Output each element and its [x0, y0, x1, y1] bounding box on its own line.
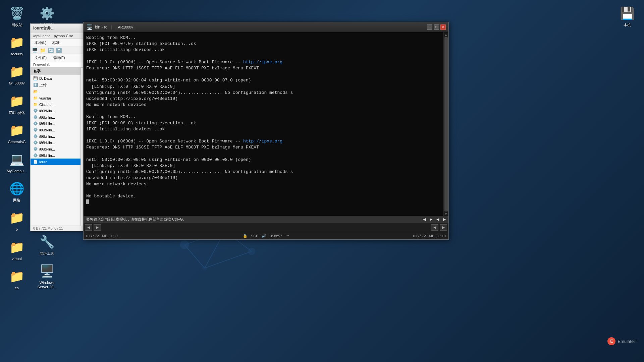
folder-icon-ciscoio: 📁 [33, 102, 38, 107]
exe-icon-6: ⚙️ [33, 140, 38, 145]
exe-icon-4: ⚙️ [33, 128, 38, 132]
hint-nav-next[interactable]: ▶ [443, 217, 446, 222]
terminal-line-noboot: No bootable device. [86, 193, 436, 199]
terminal-line-config4: Configuring (net4 50:00:00:02:00:04)....… [86, 90, 436, 96]
terminal-progress-bar: 0 B / 721 MB, 0 / 11 🔒 SCP 🔊 0:38:57 ⋯ 0… [84, 232, 448, 239]
emulateit-watermark: E EmulateiT [607, 337, 637, 345]
desktop-icon-generalsg[interactable]: 📁 GeneralsG [3, 120, 30, 146]
toolbar-icon-folder: 📁 [40, 48, 46, 53]
tree-item-yuanlai[interactable]: 📁 yuanlai [31, 95, 80, 101]
tree-item-iourc[interactable]: 📄 iourc [31, 159, 80, 165]
terminal-subtitle: AR1000v [115, 24, 136, 30]
tree-item-i86bi-1[interactable]: ⚙️ i86bi-lin... [31, 108, 80, 114]
terminal-minimize-button[interactable]: ─ [427, 24, 432, 30]
terminal-hint-bar: 要将输入定向到该虚拟机，请在虚拟机内部单击或按 Ctrl+G。 ◀ ▶ ◀ ▶ [84, 216, 448, 223]
folder-icon-yuanlai: 📁 [33, 96, 38, 100]
desktop-icon-network[interactable]: 🌐 网络 [3, 179, 30, 204]
exe-icon-8: ⚙️ [33, 153, 38, 158]
tree-item-i86bi-4[interactable]: ⚙️ i86bi-lin... [31, 127, 80, 133]
terminal-line-1: Booting from ROM... [86, 35, 436, 41]
terminal-line-features2: Features: DNS HTTP iSCSI TFTP AoE ELF MB… [86, 144, 436, 150]
tree-item-i86bi-5[interactable]: ⚙️ i86bi-lin... [31, 133, 80, 139]
terminal-line-link5: [Link:up, TX:0 TXE:0 RX:0 RXE:0] [86, 163, 436, 169]
terminal-close-button[interactable]: ✕ [440, 24, 446, 30]
terminal-output[interactable]: Booting from ROM... iPXE (PCI 00:07.0) s… [84, 32, 443, 216]
file-path-display: /opt/unetla [33, 34, 50, 38]
folder-up-icon: 📂 [33, 89, 38, 94]
tree-item-i86bi-8[interactable]: ⚙️ i86bi-lin... [31, 152, 80, 159]
terminal-line-features1: Features: DNS HTTP iSCSI TFTP AoE ELF MB… [86, 65, 436, 71]
exe-icon-1: ⚙️ [33, 109, 38, 113]
nav-prev-button[interactable]: ◀ [431, 224, 438, 231]
scroll-up-button[interactable]: ▲ [444, 33, 448, 37]
address-label: D:\eve\iol\ [33, 63, 50, 67]
terminal-titlebar[interactable]: 🖥️ bin - rd | AR1000v ─ □ ✕ [84, 22, 448, 32]
tree-item-i86bi-6[interactable]: ⚙️ i86bi-lin... [31, 139, 80, 146]
tree-item-i86bi-2[interactable]: ⚙️ i86bi-lin... [31, 114, 80, 120]
terminal-line-link4: [Link:up, TX:0 TXE:0 RX:0 RXE:0] [86, 84, 436, 90]
exe-icon-2: ⚙️ [33, 115, 38, 119]
terminal-win-buttons: ─ □ ✕ [427, 24, 446, 30]
desktop-icon-o[interactable]: 📁 o [3, 208, 30, 234]
terminal-line-2: iPXE (PCI 00:07.0) starting execution...… [86, 41, 436, 47]
menu-edit[interactable]: 编辑(E) [50, 55, 68, 61]
menu-file[interactable]: 文件(F) [32, 55, 49, 61]
svg-line-6 [184, 245, 205, 268]
file-icon-iourc: 📄 [33, 160, 38, 164]
file-manager-title: iourc合并... [33, 25, 54, 31]
desktop-icon-f761[interactable]: 📁 f761-弱化 [3, 91, 30, 117]
upload-icon: ⬆️ [33, 83, 38, 87]
desktop-icon-co[interactable]: 📁 co [3, 266, 30, 292]
hint-right-controls: ◀ ▶ ◀ ▶ [423, 217, 446, 222]
hint-arrow-right[interactable]: ▶ [430, 217, 432, 222]
menu-local[interactable]: 本地(L) [32, 40, 49, 46]
desktop-icon-local-disk[interactable]: 💾 本机 [614, 3, 641, 29]
terminal-main-area: Booting from ROM... iPXE (PCI 00:07.0) s… [84, 32, 448, 216]
terminal-line-nodev1: No more network devices [86, 102, 436, 108]
desktop-icon-virtual[interactable]: 📁 virtual [3, 237, 30, 263]
hint-nav-prev[interactable]: ◀ [436, 217, 439, 222]
terminal-line-nodev2: No more network devices [86, 181, 436, 187]
terminal-line-ipxe2: iPXE 1.0.0+ (0600d) -- Open Source Netwo… [86, 138, 436, 144]
exe-icon-3: ⚙️ [33, 121, 38, 126]
scrollbar-thumb[interactable] [444, 37, 448, 212]
scp-label: SCP [251, 234, 259, 238]
tree-item-upload[interactable]: ⬆️ 上传 [31, 81, 80, 88]
scroll-down-button[interactable]: ▼ [444, 212, 448, 216]
terminal-title-text: bin - rd [95, 25, 107, 29]
tree-item-i86bi-3[interactable]: ⚙️ i86bi-lin... [31, 120, 80, 127]
terminal-line-rom2: Booting from ROM... [86, 114, 436, 120]
terminal-line-init2: iPXE initialising devices...ok [86, 126, 436, 132]
terminal-navbar: ◀ ▶ ◀ ▶ [84, 223, 448, 232]
desktop-icon-mycomputer[interactable]: 💻 MyCompu... [3, 149, 30, 175]
desktop-icon-win-server1[interactable]: 🖥️ WindowsServer 20... [34, 261, 60, 291]
terminal-line-3: iPXE initialising devices...ok [86, 47, 436, 53]
python-cmd-display: python Cisc [54, 34, 73, 38]
terminal-scrollbar-container[interactable]: ▲ ▼ [443, 32, 448, 216]
terminal-icon: 🖥️ [86, 24, 93, 30]
desktop-icon-fw6000v[interactable]: 📁 fw_6000v [3, 62, 30, 87]
tree-item-ciscoio[interactable]: 📁 CiscoIo... [31, 101, 80, 108]
terminal-time: 0:38:57 [270, 234, 282, 238]
tree-item-i86bi-7[interactable]: ⚙️ i86bi-lin... [31, 146, 80, 152]
terminal-cursor [86, 199, 89, 204]
speaker-icon: 🔊 [262, 234, 266, 238]
tree-item-ddrive[interactable]: 💾 D: Data [31, 75, 80, 81]
tree-item-dotdot[interactable]: 📂 .. [31, 88, 80, 95]
desktop-icons-right: 💾 本机 [610, 0, 644, 33]
hint-arrow-left[interactable]: ◀ [423, 217, 426, 222]
more-options-icon[interactable]: ⋯ [285, 234, 289, 238]
menu-standard[interactable]: 标准 [50, 40, 62, 46]
desktop-icon-recycle-bin[interactable]: 🗑️ 回收站 [3, 3, 30, 29]
desktop-icon-network-tools[interactable]: 🔧 网络工具 [34, 232, 60, 258]
nav-back-button[interactable]: ◀ [85, 224, 92, 231]
desktop-icon-security[interactable]: 📁 security [3, 33, 30, 58]
status-left: 0 B / 721 MB, 0 / 11 [33, 227, 63, 230]
file-name-header: 名字 [31, 68, 80, 75]
toolbar-icon-computer: 🖥️ [32, 48, 38, 53]
nav-next-button[interactable]: ▶ [440, 224, 447, 231]
nav-forward-button[interactable]: ▶ [94, 224, 101, 231]
terminal-maximize-button[interactable]: □ [434, 24, 439, 30]
terminal-line-net5: net5: 50:00:00:02:00:05 using virtio-net… [86, 157, 436, 163]
watermark-text: EmulateiT [618, 339, 637, 344]
